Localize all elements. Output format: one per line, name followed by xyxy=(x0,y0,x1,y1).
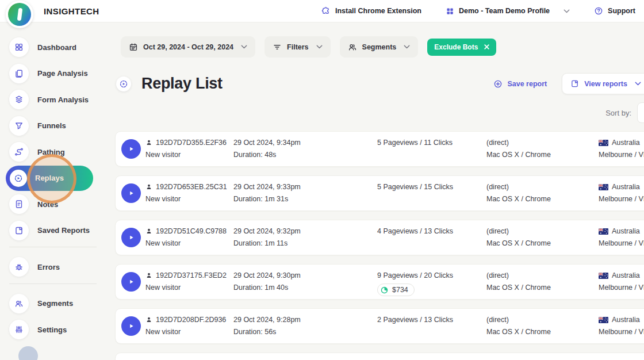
coin-icon xyxy=(380,286,389,294)
brand-name: INSIGHTECH xyxy=(44,6,99,16)
people-icon xyxy=(348,43,357,52)
view-reports-button[interactable]: View reports xyxy=(562,73,644,94)
insightech-logo-icon[interactable] xyxy=(6,1,33,28)
replay-row[interactable]: 192D7D7D355.E2F36 New visitor 29 Oct 202… xyxy=(115,131,644,167)
filters-button[interactable]: Filters xyxy=(264,36,331,58)
replay-row[interactable]: 192D7D51C49.C9788 New visitor 29 Oct 202… xyxy=(115,220,644,255)
sidebar-item[interactable]: Segments xyxy=(9,294,113,313)
filter-icon xyxy=(273,43,282,52)
play-button[interactable] xyxy=(121,183,141,203)
sort-row: Sort by: xyxy=(113,102,644,123)
session-duration: Duration: 1m 11s xyxy=(233,239,301,248)
sidebar-item[interactable]: Notes xyxy=(9,194,113,214)
source-cell: (direct) Mac OS X / Chrome xyxy=(486,227,551,248)
location-cell: Australia Melbourne / VIC xyxy=(599,182,644,204)
play-button[interactable] xyxy=(121,316,141,336)
pageviews-clicks: 5 Pageviews / 15 Clicks xyxy=(377,182,453,192)
sidebar-item-icon xyxy=(9,90,29,109)
replay-row[interactable]: 192D7D208DF.2D936 New visitor 29 Oct 202… xyxy=(115,308,644,344)
title-actions: Save report View reports xyxy=(493,73,644,94)
sidebar-nav: Dashboard Page Analysis Form Analysis Fu… xyxy=(0,22,113,360)
city-state: Melbourne / VIC xyxy=(599,327,644,336)
visitor-type: New visitor xyxy=(145,150,227,159)
country: Australia xyxy=(612,315,640,324)
visitor-id: 192D7D7D355.E2F36 xyxy=(156,138,227,147)
close-icon[interactable] xyxy=(484,44,489,49)
location-cell: Australia Melbourne / VIC xyxy=(599,227,644,248)
puzzle-icon xyxy=(321,6,331,16)
exclude-bots-badge[interactable]: Exclude Bots xyxy=(427,39,496,56)
chevron-down-icon xyxy=(635,82,641,86)
calendar-icon xyxy=(129,43,138,52)
sort-by-label: Sort by: xyxy=(605,109,631,117)
grid-icon xyxy=(446,7,454,16)
session-datetime: 29 Oct 2024, 9:34pm xyxy=(233,138,301,147)
sidebar-divider xyxy=(9,247,97,247)
sidebar-item[interactable]: Settings xyxy=(9,320,113,339)
sidebar-item-icon xyxy=(9,116,29,136)
play-button[interactable] xyxy=(121,228,141,247)
install-chrome-extension-link[interactable]: Install Chrome Extension xyxy=(321,6,421,16)
visitor-id: 192D7D51C49.C9788 xyxy=(156,227,227,236)
visitor-cell: 192D7D208DF.2D936 New visitor xyxy=(145,315,226,336)
replay-row[interactable]: 192D7D653EB.25C31 New visitor 29 Oct 202… xyxy=(115,175,644,211)
sidebar-item-label: Pathing xyxy=(37,148,65,156)
date-cell: 29 Oct 2024, 9:33pm Duration: 1m 31s xyxy=(233,182,301,204)
replay-row-partial[interactable] xyxy=(115,353,644,360)
chevron-down-icon xyxy=(241,45,247,49)
sidebar-item[interactable]: Replays xyxy=(6,166,93,191)
person-icon xyxy=(145,316,152,323)
profile-selector[interactable]: Demo - Team Demo Profile xyxy=(446,7,570,16)
sidebar-item[interactable]: Saved Reports xyxy=(9,221,113,240)
install-extension-label: Install Chrome Extension xyxy=(335,7,421,15)
source-cell: (direct) Mac OS X / Chrome xyxy=(486,271,551,292)
play-icon xyxy=(127,189,135,197)
date-range-value: Oct 29, 2024 - Oct 29, 2024 xyxy=(143,43,233,51)
sidebar-item[interactable]: Errors xyxy=(9,257,113,277)
person-icon xyxy=(145,272,152,279)
country: Australia xyxy=(612,138,640,147)
australia-flag-icon xyxy=(599,184,608,190)
sidebar-item[interactable]: Page Analysis xyxy=(9,64,113,83)
sidebar-item-icon xyxy=(9,194,29,214)
os-browser: Mac OS X / Chrome xyxy=(486,150,551,159)
sidebar-item[interactable]: Funnels xyxy=(9,116,113,136)
profile-label: Demo - Team Demo Profile xyxy=(459,7,550,15)
session-datetime: 29 Oct 2024, 9:33pm xyxy=(233,182,301,192)
date-cell: 29 Oct 2024, 9:32pm Duration: 1m 11s xyxy=(233,227,301,248)
visitor-type: New visitor xyxy=(145,239,227,248)
person-icon xyxy=(145,228,152,235)
play-button[interactable] xyxy=(121,272,141,292)
country: Australia xyxy=(612,182,640,192)
sidebar-item-label: Settings xyxy=(37,325,67,334)
traffic-source: (direct) xyxy=(486,138,509,147)
sidebar-item-icon xyxy=(9,37,29,57)
replay-row[interactable]: 192D7D37175.F3ED2 New visitor 29 Oct 202… xyxy=(115,264,644,300)
filters-label: Filters xyxy=(287,43,309,51)
segments-button[interactable]: Segments xyxy=(340,36,419,58)
activity-cell: 4 Pageviews / 13 Clicks xyxy=(377,227,453,239)
support-link[interactable]: Support xyxy=(594,6,635,16)
source-cell: (direct) Mac OS X / Chrome xyxy=(486,138,551,159)
exclude-bots-label: Exclude Bots xyxy=(434,43,478,51)
sort-order-button[interactable] xyxy=(637,102,644,123)
pageviews-clicks: 2 Pageviews / 13 Clicks xyxy=(377,315,453,324)
date-range-picker[interactable]: Oct 29, 2024 - Oct 29, 2024 xyxy=(121,36,255,58)
play-button[interactable] xyxy=(121,139,141,159)
source-cell: (direct) Mac OS X / Chrome xyxy=(486,182,551,204)
city-state: Melbourne / VIC xyxy=(599,150,644,159)
sidebar-item-label: Errors xyxy=(37,263,60,271)
bookmark-icon xyxy=(570,79,579,88)
traffic-source: (direct) xyxy=(486,227,509,236)
sidebar-item[interactable]: Form Analysis xyxy=(9,90,113,109)
session-datetime: 29 Oct 2024, 9:30pm xyxy=(233,271,301,280)
activity-cell: 5 Pageviews / 11 Clicks xyxy=(377,138,453,150)
sidebar-item[interactable]: Dashboard xyxy=(9,37,113,57)
activity-cell: 9 Pageviews / 20 Clicks $734 xyxy=(377,271,453,297)
country: Australia xyxy=(612,227,640,236)
save-report-button[interactable]: Save report xyxy=(493,79,547,89)
australia-flag-icon xyxy=(599,228,608,235)
source-cell: (direct) Mac OS X / Chrome xyxy=(486,315,551,336)
date-cell: 29 Oct 2024, 9:28pm Duration: 56s xyxy=(233,315,301,336)
sidebar-item[interactable]: Pathing xyxy=(9,142,113,162)
